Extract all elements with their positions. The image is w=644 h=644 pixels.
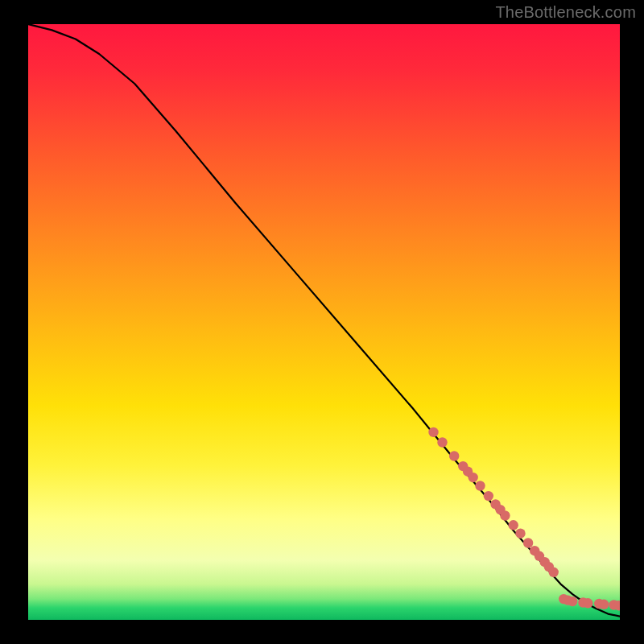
data-point [549, 568, 559, 577]
data-point [515, 529, 525, 539]
data-point [509, 520, 518, 530]
data-point [475, 481, 485, 490]
chart-frame: TheBottleneck.com [0, 0, 644, 644]
data-point [599, 600, 609, 609]
data-point [523, 538, 533, 547]
data-point [437, 437, 447, 447]
data-point [583, 598, 592, 608]
data-point [428, 427, 438, 437]
data-point [449, 451, 459, 460]
data-point [568, 597, 577, 606]
gradient-bg [28, 24, 620, 620]
plot-area [28, 24, 620, 620]
data-point [469, 473, 478, 482]
chart-svg [28, 24, 620, 620]
data-point [500, 510, 510, 520]
data-point [484, 491, 493, 501]
watermark-text: TheBottleneck.com [495, 3, 636, 22]
